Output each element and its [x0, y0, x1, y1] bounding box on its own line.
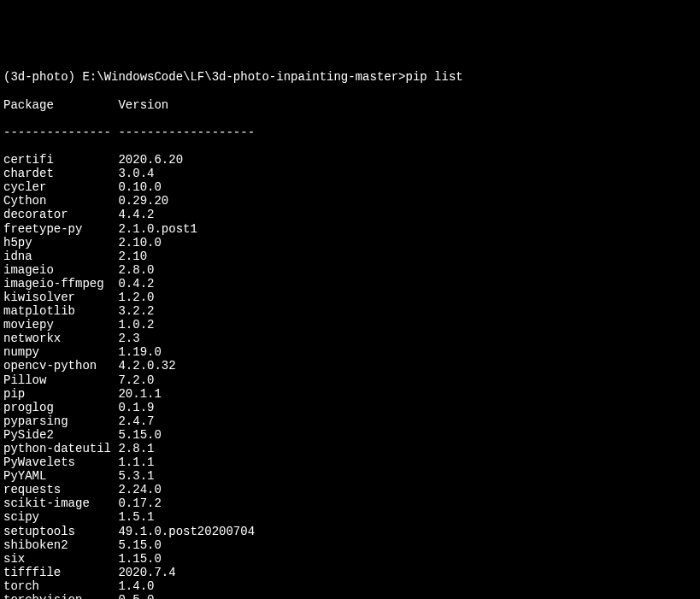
package-name: PySide2: [3, 428, 118, 442]
package-version: 2020.6.20: [118, 153, 183, 167]
package-version: 1.2.0: [118, 291, 154, 304]
package-version: 3.2.2: [118, 304, 154, 318]
package-version: 2.24.0: [118, 483, 161, 496]
package-version: 2.1.0.post1: [118, 222, 197, 236]
table-row: moviepy 1.0.2: [3, 318, 697, 332]
working-dir: E:\WindowsCode\LF\3d-photo-inpainting-ma…: [82, 70, 405, 84]
table-row: six 1.15.0: [3, 552, 697, 566]
package-version: 4.4.2: [118, 208, 154, 221]
package-name: imageio-ffmpeg: [3, 277, 118, 291]
package-version: 1.5.1: [118, 510, 154, 524]
package-name: idna: [3, 250, 118, 263]
package-name: scikit-image: [3, 496, 118, 510]
package-version: 1.19.0: [118, 345, 161, 359]
package-version: 1.1.1: [118, 455, 154, 469]
package-name: chardet: [3, 167, 118, 180]
header-row: Package Version: [3, 98, 697, 112]
package-name: imageio: [3, 263, 118, 277]
table-row: PyYAML 5.3.1: [3, 469, 697, 483]
package-version: 2020.7.4: [118, 566, 175, 579]
package-name: h5py: [3, 236, 118, 250]
table-row: networkx 2.3: [3, 332, 697, 345]
table-row: chardet 3.0.4: [3, 167, 697, 180]
table-row: imageio 2.8.0: [3, 263, 697, 277]
table-row: shiboken2 5.15.0: [3, 538, 697, 552]
table-row: requests 2.24.0: [3, 483, 697, 496]
table-row: opencv-python 4.2.0.32: [3, 359, 697, 373]
table-row: scikit-image 0.17.2: [3, 496, 697, 510]
table-row: pip 20.1.1: [3, 387, 697, 401]
header-version: Version: [118, 98, 168, 112]
table-row: kiwisolver 1.2.0: [3, 291, 697, 304]
package-name: cycler: [3, 180, 118, 194]
terminal-output[interactable]: (3d-photo) E:\WindowsCode\LF\3d-photo-in…: [3, 56, 697, 599]
package-name: pip: [3, 387, 118, 401]
package-name: pyparsing: [3, 414, 118, 428]
package-name: torch: [3, 579, 118, 593]
package-name: PyYAML: [3, 469, 118, 483]
package-name: tifffile: [3, 566, 118, 579]
package-name: setuptools: [3, 525, 118, 538]
table-row: imageio-ffmpeg 0.4.2: [3, 277, 697, 291]
table-row: Cython 0.29.20: [3, 194, 697, 208]
package-name: shiboken2: [3, 538, 118, 552]
package-name: moviepy: [3, 318, 118, 332]
table-row: h5py 2.10.0: [3, 236, 697, 250]
package-name: six: [3, 552, 118, 566]
package-name: networkx: [3, 332, 118, 345]
divider-version: -------------------: [118, 126, 255, 139]
package-version: 1.0.2: [118, 318, 154, 332]
package-version: 2.8.1: [118, 442, 154, 455]
package-name: kiwisolver: [3, 291, 118, 304]
divider-row: --------------- -------------------: [3, 126, 697, 139]
divider-package: ---------------: [3, 126, 111, 139]
package-version: 1.4.0: [118, 579, 154, 593]
package-name: proglog: [3, 401, 118, 414]
package-name: numpy: [3, 345, 118, 359]
env-name: (3d-photo): [3, 70, 75, 84]
package-name: torchvision: [3, 593, 118, 599]
package-name: matplotlib: [3, 304, 118, 318]
package-name: certifi: [3, 153, 118, 167]
package-version: 0.1.9: [118, 401, 154, 414]
table-row: proglog 0.1.9: [3, 401, 697, 414]
package-version: 3.0.4: [118, 167, 154, 180]
prompt-line: (3d-photo) E:\WindowsCode\LF\3d-photo-in…: [3, 70, 697, 84]
package-version: 7.2.0: [118, 373, 154, 387]
package-name: opencv-python: [3, 359, 118, 373]
package-version: 5.15.0: [118, 538, 161, 552]
table-row: tifffile 2020.7.4: [3, 566, 697, 579]
package-version: 2.8.0: [118, 263, 154, 277]
package-name: Pillow: [3, 373, 118, 387]
table-row: cycler 0.10.0: [3, 180, 697, 194]
package-name: scipy: [3, 510, 118, 524]
package-name: PyWavelets: [3, 455, 118, 469]
package-name: python-dateutil: [3, 442, 118, 455]
package-version: 0.17.2: [118, 496, 161, 510]
table-row: decorator 4.4.2: [3, 208, 697, 221]
package-version: 0.4.2: [118, 277, 154, 291]
package-version: 0.10.0: [118, 180, 161, 194]
table-row: Pillow 7.2.0: [3, 373, 697, 387]
package-version: 2.10: [118, 250, 147, 263]
package-version: 5.15.0: [118, 428, 161, 442]
table-row: setuptools 49.1.0.post20200704: [3, 525, 697, 538]
command: pip list: [405, 70, 462, 84]
package-name: decorator: [3, 208, 118, 221]
package-version: 4.2.0.32: [118, 359, 175, 373]
table-row: numpy 1.19.0: [3, 345, 697, 359]
table-row: torch 1.4.0: [3, 579, 697, 593]
table-row: certifi 2020.6.20: [3, 153, 697, 167]
packages-list: certifi 2020.6.20chardet 3.0.4cycler 0.1…: [3, 153, 697, 599]
package-version: 0.5.0: [118, 593, 154, 599]
package-version: 2.4.7: [118, 414, 154, 428]
table-row: matplotlib 3.2.2: [3, 304, 697, 318]
table-row: python-dateutil 2.8.1: [3, 442, 697, 455]
package-name: Cython: [3, 194, 118, 208]
table-row: scipy 1.5.1: [3, 510, 697, 524]
table-row: idna 2.10: [3, 250, 697, 263]
table-row: freetype-py 2.1.0.post1: [3, 222, 697, 236]
package-version: 1.15.0: [118, 552, 161, 566]
table-row: PyWavelets 1.1.1: [3, 455, 697, 469]
table-row: pyparsing 2.4.7: [3, 414, 697, 428]
